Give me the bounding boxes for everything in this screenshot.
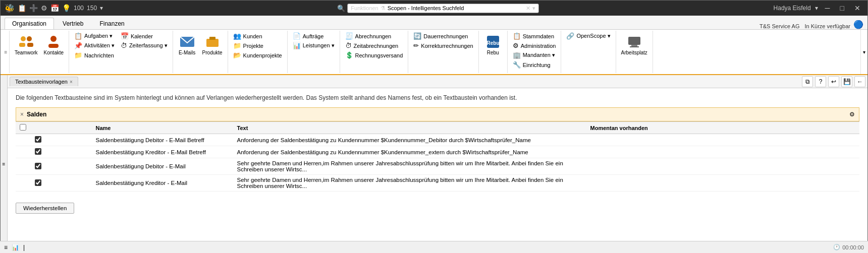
ribbon-kalender[interactable]: 📅 Kalender [119,32,170,40]
ribbon-auftraege[interactable]: 📄 Aufträge [291,32,337,40]
tab-tool-save[interactable]: 💾 [841,76,852,87]
ribbon-aktivitaeten[interactable]: 📌 Aktivitäten ▾ [72,41,117,50]
tab-tool-help[interactable]: ? [815,76,826,87]
ribbon-administration[interactable]: ⚙ Administration [511,41,558,50]
row4-check[interactable] [31,175,92,192]
search-input[interactable] [388,5,524,11]
tab-finanzen[interactable]: Finanzen [92,18,132,29]
row2-check[interactable] [31,146,92,158]
ribbon-kunden[interactable]: 👥 Kunden [231,32,284,40]
teamwork-icon [18,34,34,50]
main-content: Die folgenden Textbausteine sind im Syst… [8,88,867,198]
tab-tool-back[interactable]: ← [854,76,865,87]
ribbon-einrichtung[interactable]: 🔧 Einrichtung [511,60,558,69]
restore-button[interactable]: Wiederherstellen [16,203,74,214]
nachrichten-icon: 📁 [74,51,82,59]
section-gear-icon[interactable]: ⚙ [849,111,855,118]
calendar-icon[interactable]: 📅 [50,4,59,12]
section-close-btn[interactable]: × [20,111,24,118]
user-dropdown-icon[interactable]: ▾ [815,5,818,12]
ribbon-abrechnungen[interactable]: 🧾 Abrechnungen [343,32,405,40]
ribbon-item-rebu[interactable]: Rebu Rebu [482,32,504,57]
kalender-icon: 📅 [121,32,129,40]
soon-toggle[interactable]: 🔵 [853,20,863,29]
row3-checkbox[interactable] [35,163,41,169]
left-panel-toggle[interactable]: ≡ [3,31,10,73]
restore-btn[interactable]: □ [837,4,847,12]
stammdaten-icon: 📋 [513,32,521,40]
bottom-toolbar: Wiederherstellen [8,198,867,219]
svg-rect-8 [209,37,215,40]
kunden-icon: 👥 [233,32,241,40]
ribbon-item-produkte[interactable]: Produkte [200,32,225,57]
ribbon-kundenprojekte[interactable]: 📂 Kundenprojekte [231,51,284,59]
ribbon-item-emails[interactable]: E-Mails [176,32,198,57]
ribbon-mandanten[interactable]: 🏢 Mandanten ▾ [511,51,558,59]
ribbon-item-arbeitsplatz[interactable]: Arbeitsplatz [619,32,649,57]
aktivitaeten-icon: 📌 [74,42,82,49]
close-btn[interactable]: ✕ [851,4,863,12]
clear-search-icon[interactable]: ✕ [526,5,530,12]
tab-tool-refresh[interactable]: ↩ [828,76,839,87]
row4-checkbox[interactable] [35,179,41,186]
sidebar-toggle[interactable]: ≡ [1,75,8,252]
group-kunden: 👥 Kunden 📁 Projekte 📂 Kundenprojekte [228,31,288,73]
col-name: Name [92,122,233,134]
tab-organisation[interactable]: Organisation [5,18,54,29]
rechnungsversand-label: Rechnungsversand [355,52,403,58]
gear-icon[interactable]: ⚙ [41,4,47,12]
ribbon-aufgaben[interactable]: 📋 Aufgaben ▾ [72,32,117,40]
ribbon-dauerrechnungen[interactable]: 🔄 Dauerrechnungen [411,32,475,40]
section-title: Salden [27,111,46,118]
ribbon-rechnungsversand[interactable]: 💲 Rechnungsversand [343,51,405,59]
ribbon-korrekturrechnungen[interactable]: ✏ Korrekturrechnungen [411,41,475,50]
title-bar-right: Hadya Eisfeld ▾ ─ □ ✕ [774,4,863,12]
group-tasks: 📋 Aufgaben ▾ 📌 Aktivitäten ▾ 📁 Nachricht… [69,31,173,73]
ribbon-stammdaten[interactable]: 📋 Stammdaten [511,32,558,40]
row1-checkbox[interactable] [35,136,41,143]
administration-label: Administration [521,43,556,49]
search-filter-label: Funktionen [351,5,378,11]
svg-rect-5 [48,44,59,48]
ribbon-nachrichten[interactable]: 📁 Nachrichten [72,51,117,59]
ribbon-item-kontakte[interactable]: Kontakte [42,32,66,57]
add-icon[interactable]: ➕ [29,4,38,12]
clipboard-icon[interactable]: 📋 [18,4,26,12]
row1-check[interactable] [31,134,92,146]
tab-vertrieb[interactable]: Vertrieb [55,18,91,29]
bulb-icon[interactable]: 💡 [62,4,71,12]
counter-150: 150 [87,5,97,12]
tab-textbausteinvorlagen[interactable]: Textbausteinvorlagen × [10,77,78,86]
ribbon-leistungen[interactable]: 📊 Leistungen ▾ [291,41,337,50]
svg-point-1 [27,36,32,41]
minimize-btn[interactable]: ─ [822,4,833,12]
korrekturrechnungen-icon: ✏ [413,42,419,49]
tab-bar-left: Textbausteinvorlagen × [10,77,78,86]
ribbon-projekte[interactable]: 📁 Projekte [231,41,284,50]
row2-checkbox[interactable] [35,148,41,155]
ribbon-collapse-btn[interactable]: ▾ [860,30,867,74]
row2-text: Anforderung der Saldenbestätigung zu Kun… [233,146,586,158]
search-dropdown-icon[interactable]: ▾ [532,5,535,12]
ribbon-zeiterfassung[interactable]: ⏱ Zeiterfassung ▾ [119,41,170,50]
select-all-checkbox[interactable] [20,124,26,131]
group-abrechnungen: 🧾 Abrechnungen ⏱ Zeitabrechnungen 💲 Rech… [340,31,409,73]
svg-rect-11 [628,37,640,45]
search-box[interactable]: Funktionen ⚗ ✕ ▾ [347,4,539,13]
ribbon-item-teamwork[interactable]: Teamwork [13,32,40,57]
tab-tool-copy[interactable]: ⧉ [802,76,813,87]
col-select-all[interactable] [16,122,31,134]
ribbon-openscope[interactable]: 🔗 OpenScope ▾ [564,32,612,40]
kalender-label: Kalender [131,33,153,39]
col-check [31,122,92,134]
status-chart-icon[interactable]: 📊 [12,244,19,251]
tab-close-btn[interactable]: × [70,79,73,85]
row4-text: Sehr geehrte Damen und Herren,im Rahmen … [233,175,586,192]
dauerrechnungen-icon: 🔄 [413,32,421,40]
ribbon-zeitabrechnungen[interactable]: ⏱ Zeitabrechnungen [343,41,405,50]
status-menu-icon[interactable]: ≡ [4,244,8,251]
abrechnungen-label: Abrechnungen [355,33,392,39]
kontakte-label: Kontakte [44,50,64,56]
row3-check[interactable] [31,158,92,175]
rechnungsversand-icon: 💲 [345,51,353,59]
